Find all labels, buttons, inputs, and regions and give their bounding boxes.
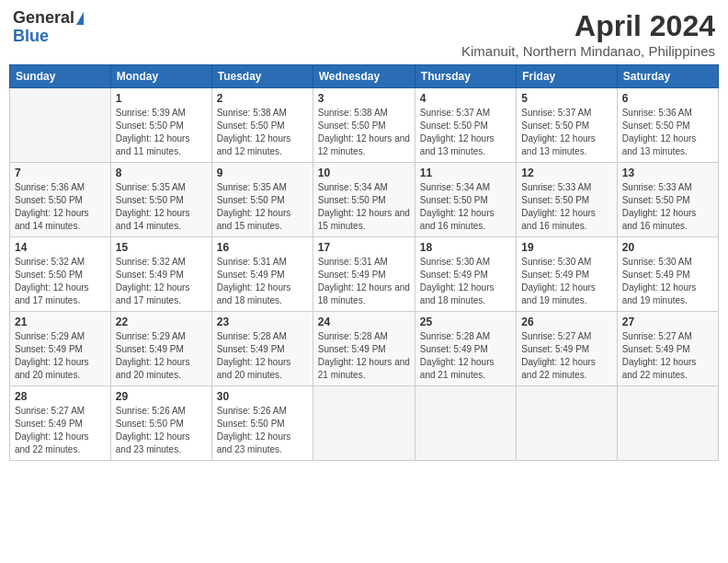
calendar-cell: 17Sunrise: 5:31 AMSunset: 5:49 PMDayligh… (313, 237, 415, 312)
day-detail: Sunrise: 5:35 AMSunset: 5:50 PMDaylight:… (217, 181, 308, 233)
col-header-wednesday: Wednesday (313, 65, 415, 88)
day-detail: Sunrise: 5:29 AMSunset: 5:49 PMDaylight:… (116, 330, 207, 382)
calendar-cell: 14Sunrise: 5:32 AMSunset: 5:50 PMDayligh… (10, 237, 111, 312)
day-number: 6 (622, 92, 713, 105)
calendar-cell (415, 386, 516, 461)
day-number: 23 (217, 316, 308, 328)
calendar-cell: 16Sunrise: 5:31 AMSunset: 5:49 PMDayligh… (211, 237, 313, 312)
calendar-cell: 3Sunrise: 5:38 AMSunset: 5:50 PMDaylight… (313, 88, 415, 163)
calendar-cell: 18Sunrise: 5:30 AMSunset: 5:49 PMDayligh… (415, 237, 516, 312)
calendar-cell (517, 386, 617, 461)
day-detail: Sunrise: 5:36 AMSunset: 5:50 PMDaylight:… (15, 181, 106, 233)
day-number: 3 (318, 92, 410, 105)
day-number: 21 (15, 316, 106, 328)
calendar-cell: 1Sunrise: 5:39 AMSunset: 5:50 PMDaylight… (110, 88, 211, 163)
col-header-saturday: Saturday (617, 65, 718, 88)
calendar-cell: 12Sunrise: 5:33 AMSunset: 5:50 PMDayligh… (517, 163, 617, 237)
day-detail: Sunrise: 5:32 AMSunset: 5:50 PMDaylight:… (15, 256, 106, 307)
calendar-cell: 19Sunrise: 5:30 AMSunset: 5:49 PMDayligh… (517, 237, 617, 312)
calendar-cell: 15Sunrise: 5:32 AMSunset: 5:49 PMDayligh… (110, 237, 211, 312)
logo-blue-text: Blue (13, 28, 49, 46)
day-number: 19 (521, 241, 611, 254)
day-detail: Sunrise: 5:26 AMSunset: 5:50 PMDaylight:… (217, 405, 308, 456)
calendar-cell (10, 88, 111, 163)
calendar-cell: 25Sunrise: 5:28 AMSunset: 5:49 PMDayligh… (415, 312, 516, 386)
day-detail: Sunrise: 5:30 AMSunset: 5:49 PMDaylight:… (622, 256, 713, 307)
calendar-table: SundayMondayTuesdayWednesdayThursdayFrid… (9, 64, 719, 461)
day-number: 5 (521, 92, 611, 105)
day-detail: Sunrise: 5:30 AMSunset: 5:49 PMDaylight:… (521, 256, 611, 307)
logo-triangle-icon (76, 12, 84, 25)
day-detail: Sunrise: 5:28 AMSunset: 5:49 PMDaylight:… (217, 330, 308, 382)
day-detail: Sunrise: 5:38 AMSunset: 5:50 PMDaylight:… (318, 107, 410, 158)
calendar-cell: 27Sunrise: 5:27 AMSunset: 5:49 PMDayligh… (617, 312, 718, 386)
day-detail: Sunrise: 5:28 AMSunset: 5:49 PMDaylight:… (420, 330, 511, 382)
day-number: 29 (116, 390, 207, 403)
calendar-week-3: 14Sunrise: 5:32 AMSunset: 5:50 PMDayligh… (10, 237, 719, 312)
day-number: 22 (116, 316, 207, 328)
day-number: 20 (622, 241, 713, 254)
calendar-cell: 22Sunrise: 5:29 AMSunset: 5:49 PMDayligh… (110, 312, 211, 386)
day-detail: Sunrise: 5:33 AMSunset: 5:50 PMDaylight:… (622, 181, 713, 233)
calendar-week-4: 21Sunrise: 5:29 AMSunset: 5:49 PMDayligh… (10, 312, 719, 386)
page-title: April 2024 (461, 9, 715, 43)
day-number: 24 (318, 316, 410, 328)
calendar-cell: 28Sunrise: 5:27 AMSunset: 5:49 PMDayligh… (10, 386, 111, 461)
col-header-friday: Friday (517, 65, 617, 88)
day-number: 16 (217, 241, 308, 254)
day-number: 15 (116, 241, 207, 254)
day-number: 14 (15, 241, 106, 254)
calendar-cell (617, 386, 718, 461)
day-detail: Sunrise: 5:31 AMSunset: 5:49 PMDaylight:… (318, 256, 410, 307)
day-number: 11 (420, 167, 511, 179)
day-number: 25 (420, 316, 511, 328)
day-number: 4 (420, 92, 511, 105)
col-header-tuesday: Tuesday (211, 65, 313, 88)
calendar-cell: 6Sunrise: 5:36 AMSunset: 5:50 PMDaylight… (617, 88, 718, 163)
day-detail: Sunrise: 5:34 AMSunset: 5:50 PMDaylight:… (420, 181, 511, 233)
col-header-sunday: Sunday (10, 65, 111, 88)
calendar-week-5: 28Sunrise: 5:27 AMSunset: 5:49 PMDayligh… (10, 386, 719, 461)
day-detail: Sunrise: 5:38 AMSunset: 5:50 PMDaylight:… (217, 107, 308, 158)
col-header-monday: Monday (110, 65, 211, 88)
calendar-cell: 26Sunrise: 5:27 AMSunset: 5:49 PMDayligh… (517, 312, 617, 386)
day-detail: Sunrise: 5:37 AMSunset: 5:50 PMDaylight:… (420, 107, 511, 158)
calendar-cell: 4Sunrise: 5:37 AMSunset: 5:50 PMDaylight… (415, 88, 516, 163)
day-number: 10 (318, 167, 410, 179)
calendar-cell: 29Sunrise: 5:26 AMSunset: 5:50 PMDayligh… (110, 386, 211, 461)
calendar-cell: 24Sunrise: 5:28 AMSunset: 5:49 PMDayligh… (313, 312, 415, 386)
day-number: 12 (521, 167, 611, 179)
day-detail: Sunrise: 5:37 AMSunset: 5:50 PMDaylight:… (521, 107, 611, 158)
calendar-cell: 30Sunrise: 5:26 AMSunset: 5:50 PMDayligh… (211, 386, 313, 461)
day-detail: Sunrise: 5:39 AMSunset: 5:50 PMDaylight:… (116, 107, 207, 158)
calendar-cell: 21Sunrise: 5:29 AMSunset: 5:49 PMDayligh… (10, 312, 111, 386)
day-detail: Sunrise: 5:29 AMSunset: 5:49 PMDaylight:… (15, 330, 106, 382)
calendar-cell: 9Sunrise: 5:35 AMSunset: 5:50 PMDaylight… (211, 163, 313, 237)
title-area: April 2024 Kimanuit, Northern Mindanao, … (461, 9, 715, 59)
day-detail: Sunrise: 5:26 AMSunset: 5:50 PMDaylight:… (116, 405, 207, 456)
page-header: General Blue April 2024 Kimanuit, Northe… (9, 9, 719, 59)
day-detail: Sunrise: 5:32 AMSunset: 5:49 PMDaylight:… (116, 256, 207, 307)
day-detail: Sunrise: 5:27 AMSunset: 5:49 PMDaylight:… (521, 330, 611, 382)
day-detail: Sunrise: 5:31 AMSunset: 5:49 PMDaylight:… (217, 256, 308, 307)
logo-general-text: General (13, 9, 74, 28)
calendar-cell: 5Sunrise: 5:37 AMSunset: 5:50 PMDaylight… (517, 88, 617, 163)
day-number: 1 (116, 92, 207, 105)
day-detail: Sunrise: 5:36 AMSunset: 5:50 PMDaylight:… (622, 107, 713, 158)
page-subtitle: Kimanuit, Northern Mindanao, Philippines (461, 43, 715, 59)
calendar-cell: 2Sunrise: 5:38 AMSunset: 5:50 PMDaylight… (211, 88, 313, 163)
calendar-cell (313, 386, 415, 461)
calendar-cell: 7Sunrise: 5:36 AMSunset: 5:50 PMDaylight… (10, 163, 111, 237)
day-detail: Sunrise: 5:27 AMSunset: 5:49 PMDaylight:… (622, 330, 713, 382)
day-detail: Sunrise: 5:33 AMSunset: 5:50 PMDaylight:… (521, 181, 611, 233)
day-number: 30 (217, 390, 308, 403)
calendar-header-row: SundayMondayTuesdayWednesdayThursdayFrid… (10, 65, 719, 88)
day-number: 27 (622, 316, 713, 328)
day-number: 26 (521, 316, 611, 328)
day-number: 28 (15, 390, 106, 403)
day-number: 13 (622, 167, 713, 179)
day-number: 17 (318, 241, 410, 254)
day-detail: Sunrise: 5:34 AMSunset: 5:50 PMDaylight:… (318, 181, 410, 233)
day-detail: Sunrise: 5:30 AMSunset: 5:49 PMDaylight:… (420, 256, 511, 307)
calendar-cell: 10Sunrise: 5:34 AMSunset: 5:50 PMDayligh… (313, 163, 415, 237)
